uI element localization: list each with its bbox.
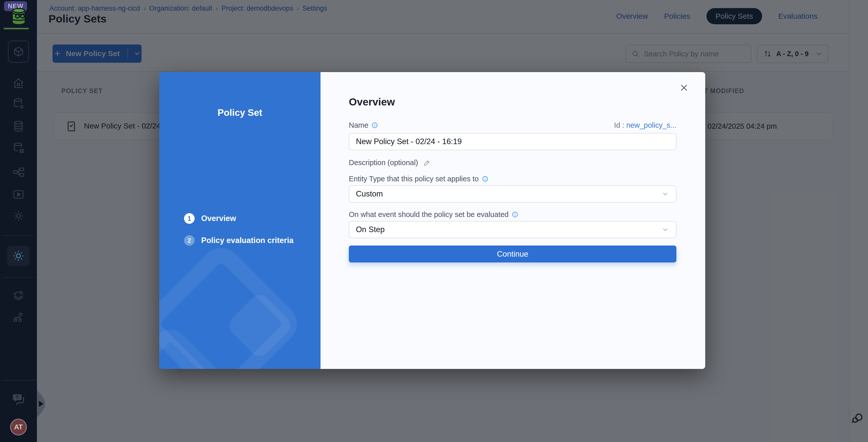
database-grid-icon	[12, 141, 25, 154]
description-label: Description (optional)	[349, 158, 418, 167]
description-row: Description (optional)	[349, 158, 676, 167]
sidebar-item-infrastructure[interactable]	[12, 311, 25, 324]
sidebar-item-home[interactable]	[12, 77, 25, 90]
info-icon[interactable]	[482, 175, 489, 182]
info-icon[interactable]	[512, 211, 519, 218]
screen: NEW	[0, 0, 868, 442]
layers-gear-icon	[12, 289, 25, 302]
id-prefix: Id :	[614, 121, 624, 129]
gear-icon	[12, 209, 25, 223]
home-icon	[12, 77, 25, 90]
help-button[interactable]: ?	[11, 392, 26, 406]
db-devops-logo-icon[interactable]	[9, 5, 29, 27]
entity-type-select[interactable]: Custom	[349, 185, 676, 203]
name-row: Name Id : new_policy_s...	[349, 121, 676, 129]
left-nav-sidebar: NEW	[0, 0, 37, 442]
step-number: 1	[184, 213, 195, 224]
sidebar-item-executions[interactable]	[12, 188, 25, 201]
sidebar-bottom-divider	[2, 380, 35, 381]
cube-icon	[12, 46, 25, 58]
close-button[interactable]	[678, 82, 689, 93]
step-policy-evaluation-criteria[interactable]: 2 Policy evaluation criteria	[184, 235, 293, 246]
nav-divider	[3, 277, 34, 278]
chevron-down-icon	[661, 226, 669, 234]
help-chat-icon: ?	[11, 392, 26, 406]
step-overview[interactable]: 1 Overview	[184, 213, 236, 224]
edit-pencil-icon[interactable]	[423, 159, 431, 167]
sidebar-item-policies-active[interactable]	[7, 246, 30, 266]
info-icon[interactable]	[371, 122, 378, 129]
event-value: On Step	[356, 225, 385, 234]
sidebar-green-divider	[4, 28, 29, 29]
id-link[interactable]: new_policy_s...	[626, 121, 676, 129]
nav-divider	[3, 235, 34, 236]
modal-title: Overview	[349, 96, 676, 108]
database-stack-icon	[12, 120, 25, 133]
step-number: 2	[184, 235, 195, 246]
svg-text:?: ?	[16, 394, 19, 400]
gear-icon	[11, 249, 26, 263]
step-label: Overview	[201, 214, 236, 223]
chevron-down-icon	[661, 190, 669, 198]
wizard-panel: Policy Set 1 Overview 2 Policy evaluatio…	[159, 72, 320, 369]
sidebar-item-settings[interactable]	[12, 209, 25, 223]
continue-button[interactable]: Continue	[349, 245, 676, 262]
event-select[interactable]: On Step	[349, 221, 676, 238]
avatar[interactable]: AT	[10, 419, 27, 436]
name-label: Name	[349, 121, 378, 129]
entity-id: Id : new_policy_s...	[614, 121, 676, 129]
sidebar-item-db-instances[interactable]	[12, 141, 25, 154]
new-policy-set-modal: Policy Set 1 Overview 2 Policy evaluatio…	[159, 72, 705, 369]
close-icon	[678, 82, 689, 93]
sidebar-item-module-selector[interactable]	[8, 40, 29, 63]
entity-type-value: Custom	[356, 189, 383, 199]
sidebar-item-db-stack[interactable]	[12, 120, 25, 133]
sidebar-item-pipelines[interactable]	[12, 166, 25, 179]
wizard-title: Policy Set	[159, 108, 320, 118]
sidebar-item-db-settings[interactable]	[12, 97, 25, 110]
event-label: On what event should the policy set be e…	[349, 210, 676, 219]
tree-icon	[12, 166, 25, 179]
database-gear-icon	[12, 97, 25, 110]
play-icon	[12, 188, 25, 201]
step-label: Policy evaluation criteria	[201, 236, 293, 245]
overview-form: Overview Name Id : new_policy_s... Descr…	[320, 72, 705, 369]
name-input[interactable]	[349, 133, 676, 150]
network-gear-icon	[12, 311, 25, 324]
sidebar-item-environments[interactable]	[12, 289, 25, 302]
entity-type-label: Entity Type that this policy set applies…	[349, 175, 676, 183]
